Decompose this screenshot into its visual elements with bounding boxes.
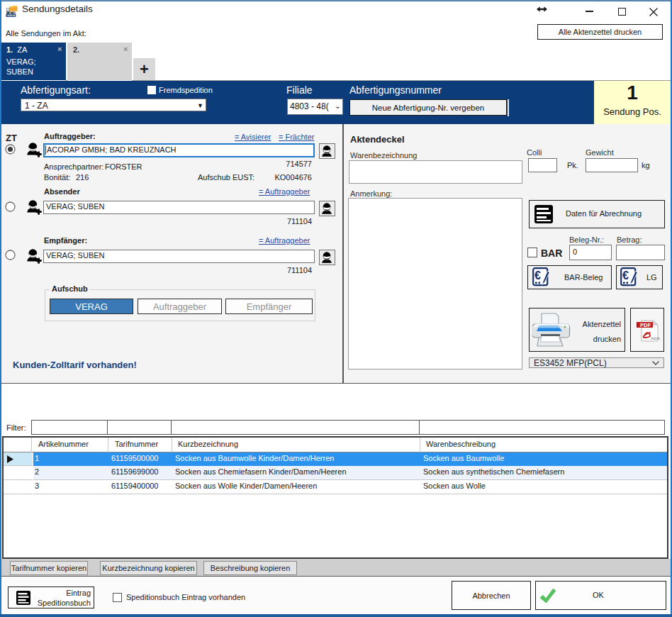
svg-text:€: € — [622, 269, 629, 282]
svg-text:Adobe: Adobe — [650, 336, 660, 340]
svg-text:PDF: PDF — [640, 322, 651, 328]
svg-text:€: € — [534, 269, 541, 282]
